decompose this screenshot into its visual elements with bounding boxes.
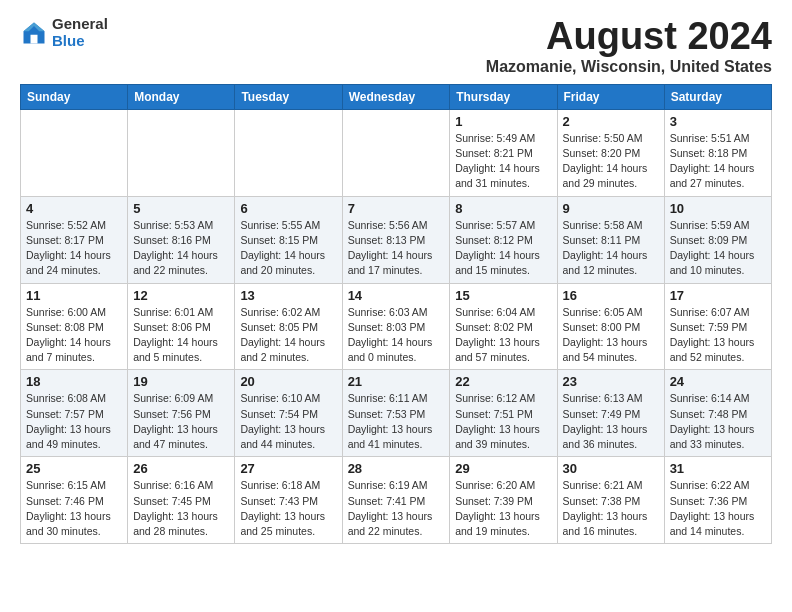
day-number: 17 xyxy=(670,288,766,303)
calendar-cell: 2Sunrise: 5:50 AM Sunset: 8:20 PM Daylig… xyxy=(557,109,664,196)
day-number: 5 xyxy=(133,201,229,216)
col-sunday: Sunday xyxy=(21,84,128,109)
calendar-cell xyxy=(21,109,128,196)
calendar-cell: 28Sunrise: 6:19 AM Sunset: 7:41 PM Dayli… xyxy=(342,457,450,544)
day-number: 24 xyxy=(670,374,766,389)
calendar-cell: 26Sunrise: 6:16 AM Sunset: 7:45 PM Dayli… xyxy=(128,457,235,544)
day-info: Sunrise: 5:51 AM Sunset: 8:18 PM Dayligh… xyxy=(670,131,766,192)
day-number: 16 xyxy=(563,288,659,303)
calendar-cell: 29Sunrise: 6:20 AM Sunset: 7:39 PM Dayli… xyxy=(450,457,557,544)
day-number: 2 xyxy=(563,114,659,129)
calendar-cell: 10Sunrise: 5:59 AM Sunset: 8:09 PM Dayli… xyxy=(664,196,771,283)
col-friday: Friday xyxy=(557,84,664,109)
day-info: Sunrise: 6:20 AM Sunset: 7:39 PM Dayligh… xyxy=(455,478,551,539)
day-info: Sunrise: 6:00 AM Sunset: 8:08 PM Dayligh… xyxy=(26,305,122,366)
day-info: Sunrise: 6:02 AM Sunset: 8:05 PM Dayligh… xyxy=(240,305,336,366)
col-monday: Monday xyxy=(128,84,235,109)
calendar-cell: 25Sunrise: 6:15 AM Sunset: 7:46 PM Dayli… xyxy=(21,457,128,544)
calendar-cell: 4Sunrise: 5:52 AM Sunset: 8:17 PM Daylig… xyxy=(21,196,128,283)
day-number: 7 xyxy=(348,201,445,216)
day-number: 11 xyxy=(26,288,122,303)
day-number: 23 xyxy=(563,374,659,389)
calendar-cell: 12Sunrise: 6:01 AM Sunset: 8:06 PM Dayli… xyxy=(128,283,235,370)
day-number: 3 xyxy=(670,114,766,129)
day-info: Sunrise: 6:11 AM Sunset: 7:53 PM Dayligh… xyxy=(348,391,445,452)
calendar-cell: 5Sunrise: 5:53 AM Sunset: 8:16 PM Daylig… xyxy=(128,196,235,283)
day-number: 20 xyxy=(240,374,336,389)
calendar-cell: 31Sunrise: 6:22 AM Sunset: 7:36 PM Dayli… xyxy=(664,457,771,544)
calendar-cell: 30Sunrise: 6:21 AM Sunset: 7:38 PM Dayli… xyxy=(557,457,664,544)
calendar-week-4: 18Sunrise: 6:08 AM Sunset: 7:57 PM Dayli… xyxy=(21,370,772,457)
calendar-cell: 23Sunrise: 6:13 AM Sunset: 7:49 PM Dayli… xyxy=(557,370,664,457)
calendar-cell: 15Sunrise: 6:04 AM Sunset: 8:02 PM Dayli… xyxy=(450,283,557,370)
day-number: 13 xyxy=(240,288,336,303)
day-info: Sunrise: 6:03 AM Sunset: 8:03 PM Dayligh… xyxy=(348,305,445,366)
calendar-week-1: 1Sunrise: 5:49 AM Sunset: 8:21 PM Daylig… xyxy=(21,109,772,196)
col-thursday: Thursday xyxy=(450,84,557,109)
logo-icon xyxy=(20,19,48,47)
day-info: Sunrise: 5:50 AM Sunset: 8:20 PM Dayligh… xyxy=(563,131,659,192)
day-number: 8 xyxy=(455,201,551,216)
day-info: Sunrise: 6:15 AM Sunset: 7:46 PM Dayligh… xyxy=(26,478,122,539)
day-number: 19 xyxy=(133,374,229,389)
calendar-week-5: 25Sunrise: 6:15 AM Sunset: 7:46 PM Dayli… xyxy=(21,457,772,544)
calendar-cell: 18Sunrise: 6:08 AM Sunset: 7:57 PM Dayli… xyxy=(21,370,128,457)
day-number: 31 xyxy=(670,461,766,476)
calendar-cell: 6Sunrise: 5:55 AM Sunset: 8:15 PM Daylig… xyxy=(235,196,342,283)
calendar-week-2: 4Sunrise: 5:52 AM Sunset: 8:17 PM Daylig… xyxy=(21,196,772,283)
col-wednesday: Wednesday xyxy=(342,84,450,109)
day-info: Sunrise: 6:16 AM Sunset: 7:45 PM Dayligh… xyxy=(133,478,229,539)
calendar-cell: 20Sunrise: 6:10 AM Sunset: 7:54 PM Dayli… xyxy=(235,370,342,457)
day-info: Sunrise: 6:18 AM Sunset: 7:43 PM Dayligh… xyxy=(240,478,336,539)
day-number: 29 xyxy=(455,461,551,476)
calendar-cell: 16Sunrise: 6:05 AM Sunset: 8:00 PM Dayli… xyxy=(557,283,664,370)
day-info: Sunrise: 6:07 AM Sunset: 7:59 PM Dayligh… xyxy=(670,305,766,366)
calendar-cell: 9Sunrise: 5:58 AM Sunset: 8:11 PM Daylig… xyxy=(557,196,664,283)
calendar-cell: 24Sunrise: 6:14 AM Sunset: 7:48 PM Dayli… xyxy=(664,370,771,457)
calendar-cell: 21Sunrise: 6:11 AM Sunset: 7:53 PM Dayli… xyxy=(342,370,450,457)
day-number: 30 xyxy=(563,461,659,476)
calendar-cell: 17Sunrise: 6:07 AM Sunset: 7:59 PM Dayli… xyxy=(664,283,771,370)
col-saturday: Saturday xyxy=(664,84,771,109)
day-number: 12 xyxy=(133,288,229,303)
day-number: 25 xyxy=(26,461,122,476)
day-info: Sunrise: 6:08 AM Sunset: 7:57 PM Dayligh… xyxy=(26,391,122,452)
day-number: 18 xyxy=(26,374,122,389)
calendar-cell: 3Sunrise: 5:51 AM Sunset: 8:18 PM Daylig… xyxy=(664,109,771,196)
day-number: 9 xyxy=(563,201,659,216)
day-info: Sunrise: 6:12 AM Sunset: 7:51 PM Dayligh… xyxy=(455,391,551,452)
location-title: Mazomanie, Wisconsin, United States xyxy=(486,58,772,76)
day-info: Sunrise: 6:21 AM Sunset: 7:38 PM Dayligh… xyxy=(563,478,659,539)
calendar-week-3: 11Sunrise: 6:00 AM Sunset: 8:08 PM Dayli… xyxy=(21,283,772,370)
calendar-cell: 13Sunrise: 6:02 AM Sunset: 8:05 PM Dayli… xyxy=(235,283,342,370)
day-number: 28 xyxy=(348,461,445,476)
day-number: 1 xyxy=(455,114,551,129)
calendar-cell: 7Sunrise: 5:56 AM Sunset: 8:13 PM Daylig… xyxy=(342,196,450,283)
day-info: Sunrise: 6:13 AM Sunset: 7:49 PM Dayligh… xyxy=(563,391,659,452)
logo: General Blue xyxy=(20,16,108,49)
day-number: 26 xyxy=(133,461,229,476)
page-header: General Blue August 2024 Mazomanie, Wisc… xyxy=(20,16,772,76)
calendar-cell xyxy=(342,109,450,196)
day-info: Sunrise: 5:56 AM Sunset: 8:13 PM Dayligh… xyxy=(348,218,445,279)
day-number: 27 xyxy=(240,461,336,476)
calendar-cell: 22Sunrise: 6:12 AM Sunset: 7:51 PM Dayli… xyxy=(450,370,557,457)
calendar-cell: 19Sunrise: 6:09 AM Sunset: 7:56 PM Dayli… xyxy=(128,370,235,457)
day-info: Sunrise: 5:49 AM Sunset: 8:21 PM Dayligh… xyxy=(455,131,551,192)
month-title: August 2024 xyxy=(486,16,772,58)
calendar-table: Sunday Monday Tuesday Wednesday Thursday… xyxy=(20,84,772,544)
day-number: 10 xyxy=(670,201,766,216)
day-number: 6 xyxy=(240,201,336,216)
svg-rect-2 xyxy=(31,34,38,43)
calendar-cell: 1Sunrise: 5:49 AM Sunset: 8:21 PM Daylig… xyxy=(450,109,557,196)
day-info: Sunrise: 6:05 AM Sunset: 8:00 PM Dayligh… xyxy=(563,305,659,366)
day-number: 4 xyxy=(26,201,122,216)
calendar-cell xyxy=(235,109,342,196)
day-number: 21 xyxy=(348,374,445,389)
day-info: Sunrise: 6:10 AM Sunset: 7:54 PM Dayligh… xyxy=(240,391,336,452)
calendar-cell: 27Sunrise: 6:18 AM Sunset: 7:43 PM Dayli… xyxy=(235,457,342,544)
day-info: Sunrise: 5:58 AM Sunset: 8:11 PM Dayligh… xyxy=(563,218,659,279)
day-info: Sunrise: 6:09 AM Sunset: 7:56 PM Dayligh… xyxy=(133,391,229,452)
day-number: 14 xyxy=(348,288,445,303)
logo-general-text: General xyxy=(52,16,108,33)
